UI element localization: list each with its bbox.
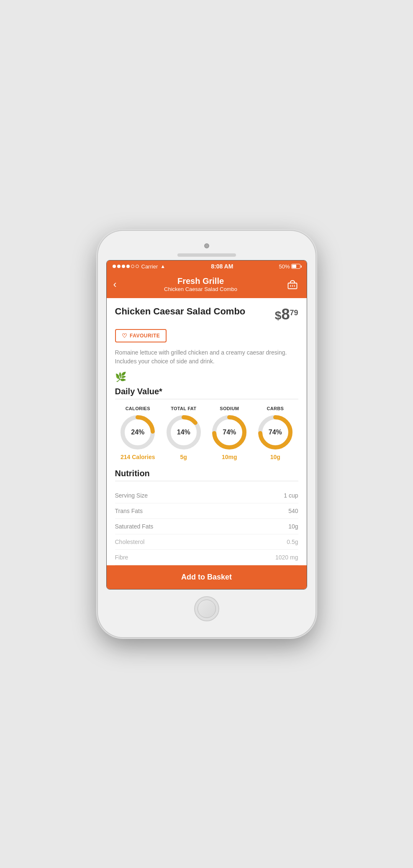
phone-screen: Carrier ▲ 8:08 AM 50% ‹ Fresh Grille Chi… — [106, 260, 307, 590]
divider-1 — [115, 399, 298, 399]
content-area: Chicken Caesar Salad Combo $879 ♡ FAVOUR… — [107, 298, 307, 565]
nav-title: Fresh Grille Chicken Caesar Salad Combo — [164, 276, 237, 292]
price-main: 8 — [281, 306, 290, 323]
nutrition-value-saturated-fats: 10g — [288, 523, 298, 530]
circle-label-carbs: CARBS — [267, 406, 284, 411]
circle-label-sodium: SODIUM — [220, 406, 239, 411]
daily-value-heading: Daily Value* — [115, 387, 298, 396]
circle-chart-sodium: 74% — [210, 414, 248, 451]
nav-title-sub: Chicken Caesar Salad Combo — [164, 286, 237, 292]
nutrition-row-saturated-fats: Saturated Fats 10g — [115, 519, 298, 534]
home-button[interactable] — [194, 596, 219, 621]
basket-icon — [286, 278, 299, 291]
dot-1 — [113, 265, 116, 268]
wifi-icon: ▲ — [160, 263, 165, 269]
signal-dots — [113, 265, 139, 268]
dot-6 — [136, 265, 139, 268]
product-price: $879 — [275, 306, 298, 323]
circle-total-fat: TOTAL FAT 14% 5g — [165, 406, 203, 460]
divider-2 — [115, 481, 298, 481]
circle-calories: CALORIES 24% 214 Calories — [119, 406, 156, 460]
dot-5 — [131, 265, 134, 268]
battery-pct: 50% — [279, 263, 290, 270]
status-bar: Carrier ▲ 8:08 AM 50% — [107, 260, 307, 272]
nutrition-circles: CALORIES 24% 214 Calories TOTAL FAT — [115, 406, 298, 460]
circle-sodium: SODIUM 74% 10mg — [210, 406, 248, 460]
status-right: 50% — [279, 263, 300, 270]
circle-chart-calories: 24% — [119, 414, 156, 451]
heart-icon: ♡ — [122, 332, 128, 339]
circle-label-calories: CALORIES — [126, 406, 150, 411]
battery-fill — [292, 265, 296, 268]
nutrition-row-trans-fats: Trans Fats 540 — [115, 503, 298, 519]
nutrition-row-cholesterol: Cholesterol 0.5g — [115, 534, 298, 550]
back-button[interactable]: ‹ — [113, 278, 117, 290]
product-description: Romaine lettuce with grilled chicken and… — [115, 348, 298, 366]
circle-value-calories: 214 Calories — [121, 454, 155, 460]
circle-chart-carbs: 74% — [257, 414, 294, 451]
nutrition-row-fibre: Fibre 1020 mg — [115, 550, 298, 565]
favourite-button[interactable]: ♡ FAVOURITE — [115, 329, 167, 342]
nutrition-section: Nutrition Serving Size 1 cup Trans Fats … — [115, 469, 298, 565]
battery-icon — [291, 264, 300, 269]
status-left: Carrier ▲ — [113, 263, 166, 270]
circle-value-sodium: 10mg — [222, 454, 237, 460]
nutrition-title: Nutrition — [115, 469, 298, 478]
circle-chart-fat: 14% — [165, 414, 203, 451]
dot-3 — [122, 265, 125, 268]
nav-title-main: Fresh Grille — [164, 276, 237, 286]
product-title: Chicken Caesar Salad Combo — [115, 306, 271, 317]
phone-frame: Carrier ▲ 8:08 AM 50% ‹ Fresh Grille Chi… — [98, 231, 316, 637]
dot-4 — [126, 265, 130, 268]
price-dollar: $ — [275, 309, 282, 322]
nav-bar: ‹ Fresh Grille Chicken Caesar Salad Comb… — [107, 272, 307, 298]
leaf-icon: 🌿 — [115, 372, 298, 383]
home-button-inner — [198, 600, 216, 618]
add-to-basket-button[interactable]: Add to Basket — [107, 565, 307, 589]
nutrition-value-trans-fats: 540 — [288, 508, 298, 514]
circle-pct-sodium: 74% — [223, 429, 236, 436]
circle-carbs: CARBS 74% 10g — [257, 406, 294, 460]
carrier-label: Carrier — [141, 263, 158, 270]
product-header: Chicken Caesar Salad Combo $879 — [115, 306, 298, 323]
circle-pct-calories: 24% — [131, 429, 144, 436]
speaker — [177, 253, 236, 257]
basket-button[interactable] — [285, 277, 300, 292]
circle-pct-fat: 14% — [177, 429, 190, 436]
nutrition-value-serving: 1 cup — [284, 492, 298, 499]
nutrition-label-saturated-fats: Saturated Fats — [115, 523, 154, 530]
nutrition-label-serving: Serving Size — [115, 492, 148, 499]
circle-value-carbs: 10g — [270, 454, 280, 460]
nutrition-row-serving: Serving Size 1 cup — [115, 488, 298, 503]
nutrition-value-cholesterol: 0.5g — [287, 539, 298, 545]
nutrition-label-cholesterol: Cholesterol — [115, 539, 145, 545]
dot-2 — [117, 265, 121, 268]
nutrition-label-fibre: Fibre — [115, 554, 128, 561]
circle-pct-carbs: 74% — [269, 429, 282, 436]
status-time: 8:08 AM — [211, 263, 233, 270]
camera — [204, 243, 209, 248]
circle-value-fat: 5g — [180, 454, 187, 460]
favourite-label: FAVOURITE — [130, 333, 160, 339]
circle-label-fat: TOTAL FAT — [171, 406, 196, 411]
price-cents: 79 — [290, 309, 298, 317]
nutrition-value-fibre: 1020 mg — [275, 554, 298, 561]
nutrition-label-trans-fats: Trans Fats — [115, 508, 143, 514]
